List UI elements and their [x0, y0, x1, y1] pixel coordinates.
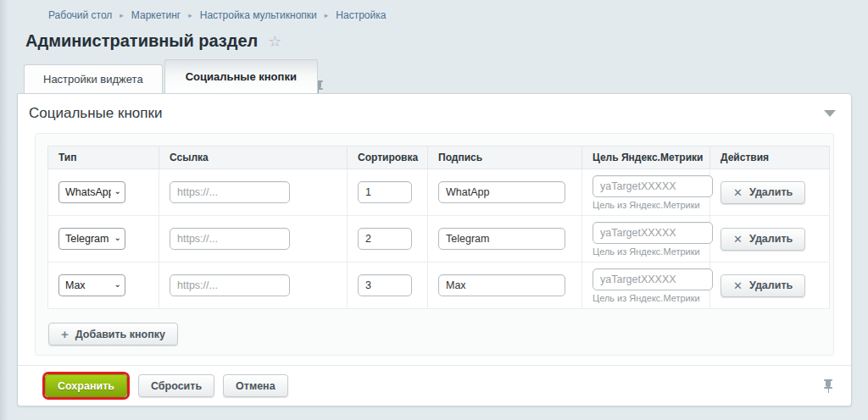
- sort-input[interactable]: [358, 228, 412, 250]
- caption-input[interactable]: [438, 181, 565, 203]
- table-row: Max⌄ Цель из Яндекс.Метрики ✕ Удалить: [48, 262, 830, 309]
- link-input[interactable]: [170, 228, 290, 250]
- section-title: Социальные кнопки: [29, 105, 162, 122]
- yandex-target-hint: Цель из Яндекс.Метрики: [593, 293, 709, 303]
- col-header-sort: Сортировка: [348, 146, 428, 169]
- col-header-caption: Подпись: [428, 146, 582, 169]
- sort-input[interactable]: [358, 274, 412, 296]
- delete-button[interactable]: ✕ Удалить: [721, 228, 805, 251]
- caption-input[interactable]: [438, 228, 565, 250]
- delete-button[interactable]: ✕ Удалить: [721, 181, 805, 204]
- breadcrumb-item-desktop[interactable]: Рабочий стол: [48, 9, 112, 21]
- col-header-actions: Действия: [710, 146, 830, 169]
- yandex-target-input[interactable]: [593, 222, 713, 244]
- type-select[interactable]: Telegram: [58, 228, 125, 250]
- col-header-target: Цель Яндекс.Метрики: [582, 146, 710, 169]
- table-row: WhatsApp⌄ Цель из Яндекс.Метрики ✕ Удали…: [48, 169, 830, 216]
- close-icon: ✕: [733, 186, 743, 199]
- breadcrumb-separator-icon: ▸: [120, 12, 124, 19]
- cancel-button[interactable]: Отмена: [223, 374, 288, 397]
- table-header-row: Тип Ссылка Сортировка Подпись Цель Яндек…: [48, 146, 830, 169]
- form-panel: Социальные кнопки Тип Ссылка Сортировка …: [17, 93, 852, 406]
- yandex-target-input[interactable]: [593, 175, 713, 197]
- col-header-link: Ссылка: [159, 146, 348, 169]
- breadcrumb-separator-icon: ▸: [325, 12, 329, 19]
- close-icon: ✕: [733, 279, 743, 292]
- yandex-target-hint: Цель из Яндекс.Метрики: [593, 246, 709, 257]
- breadcrumb: Рабочий стол ▸ Маркетинг ▸ Настройка мул…: [0, 0, 868, 21]
- breadcrumb-item-marketing[interactable]: Маркетинг: [131, 9, 181, 21]
- link-input[interactable]: [170, 274, 290, 296]
- breadcrumb-item-settings[interactable]: Настройка: [336, 9, 386, 21]
- tab-social-buttons[interactable]: Социальные кнопки: [164, 59, 318, 93]
- collapse-section-icon[interactable]: [824, 110, 836, 117]
- caption-input[interactable]: [438, 274, 565, 296]
- social-buttons-table: Тип Ссылка Сортировка Подпись Цель Яндек…: [47, 146, 830, 309]
- plus-icon: +: [61, 327, 69, 341]
- tab-label: Социальные кнопки: [186, 70, 297, 83]
- form-footer: Сохранить Сбросить Отмена: [18, 365, 851, 406]
- social-buttons-fieldset: Тип Ссылка Сортировка Подпись Цель Яндек…: [35, 133, 834, 356]
- title-row: Административный раздел ☆: [0, 21, 868, 51]
- delete-button[interactable]: ✕ Удалить: [721, 274, 805, 297]
- type-select[interactable]: Max: [58, 274, 125, 296]
- tab-bar: Настройки виджета Социальные кнопки: [24, 59, 843, 93]
- link-input[interactable]: [170, 181, 290, 203]
- close-icon: ✕: [733, 233, 743, 246]
- section-header: Социальные кнопки: [18, 94, 851, 130]
- yandex-target-hint: Цель из Яндекс.Метрики: [593, 200, 709, 210]
- breadcrumb-separator-icon: ▸: [188, 12, 192, 19]
- tab-widget-settings[interactable]: Настройки виджета: [24, 64, 163, 93]
- sort-input[interactable]: [358, 181, 412, 203]
- page-title: Административный раздел: [25, 31, 258, 51]
- tab-label: Настройки виджета: [43, 73, 143, 86]
- yandex-target-input[interactable]: [593, 268, 713, 290]
- reset-button[interactable]: Сбросить: [138, 374, 214, 397]
- breadcrumb-item-multibutton-setup[interactable]: Настройка мультикнопки: [200, 9, 317, 21]
- type-select[interactable]: WhatsApp: [58, 181, 125, 203]
- favorite-star-icon[interactable]: ☆: [268, 34, 281, 49]
- add-button-button[interactable]: + Добавить кнопку: [48, 323, 178, 345]
- save-button[interactable]: Сохранить: [45, 374, 127, 397]
- pin-icon[interactable]: [822, 379, 834, 394]
- table-row: Telegram⌄ Цель из Яндекс.Метрики ✕ Удали…: [48, 216, 830, 262]
- col-header-type: Тип: [48, 146, 159, 169]
